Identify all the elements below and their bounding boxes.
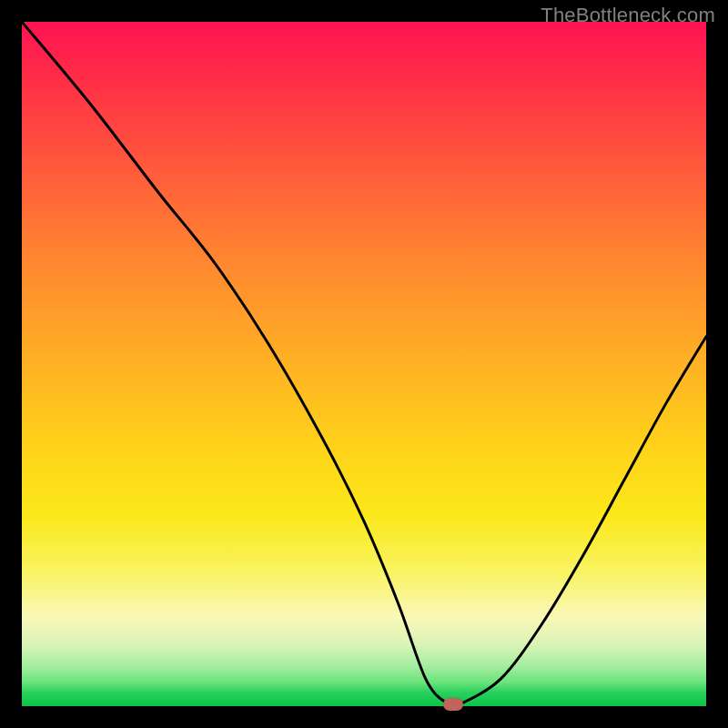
chart-frame: TheBottleneck.com <box>0 0 728 728</box>
min-marker-icon <box>443 698 463 711</box>
line-series <box>22 22 706 706</box>
plot-area <box>22 22 706 706</box>
watermark-text: TheBottleneck.com <box>541 4 715 27</box>
